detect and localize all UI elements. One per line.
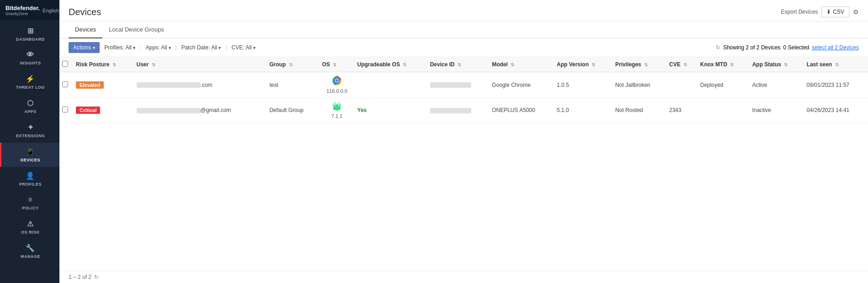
svg-line-10 (335, 102, 335, 104)
sidebar-item-profiles[interactable]: 👤 PROFILES (0, 167, 59, 191)
manage-icon: 🔧 (26, 244, 35, 252)
user-cell: .com (134, 72, 267, 98)
table-row: Critical @gmail.com Default Group (59, 98, 868, 123)
sidebar-item-threat-log[interactable]: ⚡ THREAT LOG (0, 70, 59, 94)
table-row: Elevated .com test (59, 72, 868, 98)
user-suffix: @gmail.com (201, 107, 231, 113)
col-risk-posture[interactable]: Risk Posture ⇅ (73, 57, 134, 72)
svg-point-2 (335, 79, 338, 82)
refresh-icon[interactable]: ↻ (94, 274, 99, 280)
risk-posture-cell: Critical (73, 98, 134, 123)
sort-icon: ⇅ (152, 62, 155, 67)
sidebar-item-devices[interactable]: 📱 DEVICES (0, 143, 59, 167)
sidebar-item-apps[interactable]: ⬡ APPS (0, 94, 59, 118)
sort-icon: ⇅ (835, 62, 839, 67)
app-version-cell: 1.0.5 (554, 72, 612, 98)
sidebar-item-insights[interactable]: 👁 INSIGHTS (0, 46, 59, 70)
devices-table: Risk Posture ⇅ User ⇅ Group ⇅ OS ⇅ Upgra… (59, 57, 868, 123)
cve-cell: 2343 (666, 98, 698, 123)
col-privileges[interactable]: Privileges ⇅ (612, 57, 666, 72)
header-actions: Export Devices ⬇ CSV ⚙ (781, 6, 859, 17)
actions-chevron-icon: ▾ (93, 45, 95, 50)
sort-icon: ⇅ (784, 62, 788, 67)
sort-icon: ⇅ (403, 62, 406, 67)
svg-rect-5 (334, 105, 340, 108)
csv-button[interactable]: ⬇ CSV (821, 6, 849, 17)
row-checkbox[interactable] (62, 107, 68, 112)
page-header: Devices Export Devices ⬇ CSV ⚙ (59, 0, 868, 21)
upgradeable-os-cell (355, 72, 427, 98)
risk-posture-cell: Elevated (73, 72, 134, 98)
sidebar-item-os-risk[interactable]: ⚠ OS RISK (0, 215, 59, 239)
sidebar-item-manage[interactable]: 🔧 MANAGE (0, 239, 59, 263)
download-icon: ⬇ (826, 9, 831, 15)
tab-local-device-groups[interactable]: Local Device Groups (102, 21, 170, 38)
dashboard-icon: ⊞ (27, 27, 34, 35)
sidebar-nav: ⊞ DASHBOARD 👁 INSIGHTS ⚡ THREAT LOG ⬡ AP… (0, 20, 59, 283)
tab-bar: Devices Local Device Groups (59, 21, 868, 38)
knox-mtd-cell (698, 98, 750, 123)
cve-chevron-icon: ▾ (253, 45, 256, 50)
refresh-icon[interactable]: ↻ (716, 44, 720, 51)
sort-icon: ⇅ (333, 62, 336, 67)
main-content: Devices Export Devices ⬇ CSV ⚙ Devices L… (59, 0, 868, 283)
row-checkbox[interactable] (62, 81, 68, 87)
os-version: 116.0.0.0 (326, 88, 347, 94)
profiles-filter[interactable]: Profiles: All ▾ (104, 44, 135, 51)
logo-text: Bitdefender. (5, 5, 40, 11)
os-cell: 7.1.1 (320, 98, 355, 123)
col-group[interactable]: Group ⇅ (266, 57, 319, 72)
profiles-chevron-icon: ▾ (133, 45, 135, 50)
patch-date-filter[interactable]: Patch Date: All ▾ (181, 44, 221, 51)
sort-icon: ⇅ (644, 62, 648, 67)
cve-filter[interactable]: CVE: All ▾ (232, 44, 256, 51)
svg-line-6 (333, 104, 334, 105)
model-cell: Google Chrome (489, 72, 554, 98)
app-status-cell: Active (750, 72, 804, 98)
sidebar-item-dashboard[interactable]: ⊞ DASHBOARD (0, 22, 59, 46)
logo-area: Bitdefender. GravityZone English ▾ (0, 0, 59, 20)
separator-3: | (225, 44, 227, 51)
settings-gear-button[interactable]: ⚙ (853, 8, 859, 16)
tab-devices[interactable]: Devices (69, 21, 102, 38)
user-suffix: .com (201, 82, 213, 88)
apps-filter[interactable]: Apps: All ▾ (146, 44, 171, 51)
col-model[interactable]: Model ⇅ (489, 57, 554, 72)
sort-icon: ⇅ (730, 62, 734, 67)
showing-text: Showing 2 of 2 Devices (723, 44, 780, 51)
count-text: 1 – 2 of 2 (69, 274, 91, 280)
col-device-id[interactable]: Device ID ⇅ (427, 57, 490, 72)
privileges-cell: Not Jailbroken (612, 72, 666, 98)
device-id-masked (430, 82, 471, 88)
risk-badge-critical: Critical (76, 107, 100, 114)
selected-text: 0 Selected (783, 44, 809, 51)
policy-icon: ≡ (28, 196, 33, 204)
col-cve[interactable]: CVE ⇅ (666, 57, 698, 72)
actions-button[interactable]: Actions ▾ (69, 42, 100, 53)
col-last-seen[interactable]: Last seen ⇅ (804, 57, 868, 72)
table-header-row: Risk Posture ⇅ User ⇅ Group ⇅ OS ⇅ Upgra… (59, 57, 868, 72)
cve-cell (666, 72, 698, 98)
table-footer: 1 – 2 of 2 ↻ (59, 271, 868, 283)
os-cell: 116.0.0.0 (320, 72, 355, 98)
col-app-status[interactable]: App Status ⇅ (750, 57, 804, 72)
col-user[interactable]: User ⇅ (134, 57, 267, 72)
user-masked (137, 82, 201, 88)
logo-sub: GravityZone (5, 11, 40, 16)
col-upgradeable-os[interactable]: Upgradeable OS ⇅ (355, 57, 427, 72)
sort-icon: ⇅ (591, 62, 595, 67)
col-app-version[interactable]: App Version ⇅ (554, 57, 612, 72)
col-knox-mtd[interactable]: Knox MTD ⇅ (698, 57, 750, 72)
sort-icon: ⇅ (289, 62, 293, 67)
export-devices-button[interactable]: Export Devices (781, 9, 818, 15)
knox-mtd-cell: Deployed (698, 72, 750, 98)
filters-bar: Actions ▾ Profiles: All ▾ | Apps: All ▾ … (59, 38, 868, 57)
extensions-icon: ✦ (27, 123, 34, 132)
sidebar-item-policy[interactable]: ≡ POLICY (0, 191, 59, 215)
select-all-link[interactable]: select all 2 Devices (812, 44, 859, 51)
svg-line-7 (340, 104, 341, 105)
col-os[interactable]: OS ⇅ (320, 57, 355, 72)
devices-table-wrap: Risk Posture ⇅ User ⇅ Group ⇅ OS ⇅ Upgra… (59, 57, 868, 271)
select-all-checkbox[interactable] (62, 61, 68, 67)
sidebar-item-extensions[interactable]: ✦ EXTENSIONS (0, 118, 59, 143)
